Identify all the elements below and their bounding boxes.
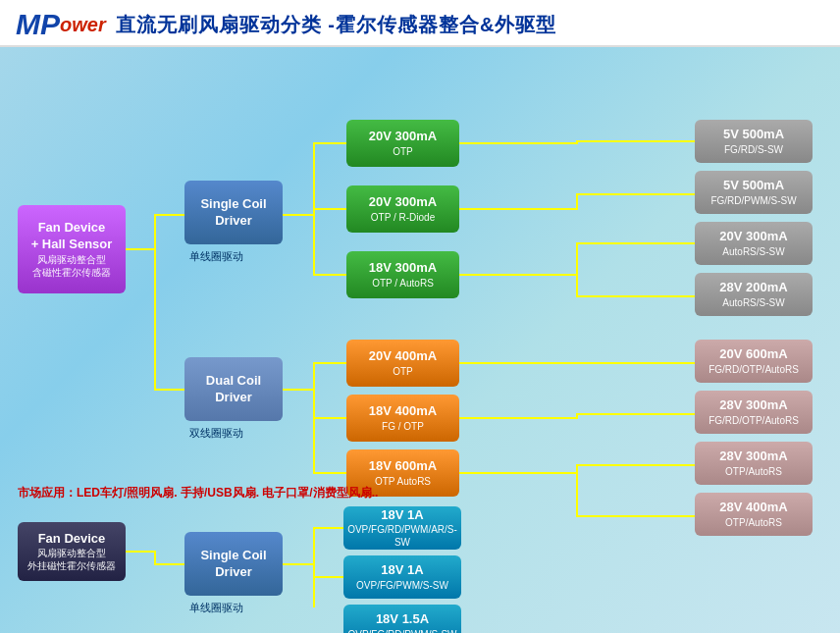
teal-box-2-title: 18V 1A [381,562,423,579]
green-box-2: 20V 300mA OTP / R-Diode [346,185,459,233]
gray-box-4-title: 28V 200mA [719,280,787,296]
fan-device-hall-box: Fan Device + Hall Sensor 风扇驱动整合型 含磁性霍尔传感… [18,205,126,293]
single-coil-bottom-sub: 单线圈驱动 [189,601,243,615]
green-box-1-sub: OTP [393,145,413,158]
market-text-top: 市场应用：LED车灯/照明风扇. 手持/USB风扇. 电子口罩/消费型风扇.. [18,485,378,501]
logo: MPower [16,8,106,41]
orange-box-3-title: 18V 600mA [369,458,437,475]
single-coil-top-box: Single Coil Driver [184,181,283,244]
light-box-2: 28V 300mA FG/RD/OTP/AutoRS [695,391,813,434]
gray-box-2-title: 5V 500mA [723,178,784,194]
single-coil-top-sub: 单线圈驱动 [189,249,243,264]
green-box-3-sub: OTP / AutoRS [372,277,434,290]
single-coil-bottom-box: Single Coil Driver [184,532,283,596]
green-box-2-sub: OTP / R-Diode [371,211,435,224]
main-content: Fan Device + Hall Sensor 风扇驱动整合型 含磁性霍尔传感… [0,47,840,616]
gray-box-3-title: 20V 300mA [719,229,787,245]
gray-box-1-title: 5V 500mA [723,127,784,143]
teal-box-2-sub: OVP/FG/PWM/S-SW [356,579,448,592]
light-box-2-sub: FG/RD/OTP/AutoRS [709,414,799,427]
dual-coil-sub: 双线圈驱动 [189,426,243,441]
diagram: Fan Device + Hall Sensor 风扇驱动整合型 含磁性霍尔传感… [8,53,832,607]
gray-box-1: 5V 500mA FG/RD/S-SW [695,120,813,163]
light-box-4: 28V 400mA OTP/AutoRS [695,493,813,536]
light-box-1-sub: FG/RD/OTP/AutoRS [709,363,799,376]
fan-device-sub: 风扇驱动整合型 外挂磁性霍尔传感器 [27,547,116,572]
teal-box-3-sub: OVP/FG/RD/PWM/S-SW [347,628,456,633]
teal-box-1-sub: OVP/FG/RD/PWM/AR/S-SW [343,523,461,549]
teal-box-1-title: 18V 1A [381,507,423,524]
orange-box-1: 20V 400mA OTP [346,340,459,387]
gray-box-1-sub: FG/RD/S-SW [724,143,783,156]
teal-box-3: 18V 1.5A OVP/FG/RD/PWM/S-SW [343,605,461,633]
green-box-2-title: 20V 300mA [369,194,437,211]
teal-box-1: 18V 1A OVP/FG/RD/PWM/AR/S-SW [343,506,461,550]
light-box-4-title: 28V 400mA [719,500,787,516]
orange-box-1-title: 20V 400mA [369,348,437,365]
green-box-1: 20V 300mA OTP [346,120,459,167]
fan-device-hall-sub: 风扇驱动整合型 含磁性霍尔传感器 [32,253,111,279]
green-box-3: 18V 300mA OTP / AutoRS [346,251,459,298]
gray-box-3: 20V 300mA AutoRS/S-SW [695,222,813,265]
orange-box-3-sub: OTP AutoRS [375,475,431,488]
light-box-1: 20V 600mA FG/RD/OTP/AutoRS [695,340,813,383]
gray-box-2-sub: FG/RD/PWM/S-SW [710,194,796,207]
fan-device-hall-title: Fan Device + Hall Sensor [31,220,113,253]
header: MPower 直流无刷风扇驱动分类 -霍尔传感器整合&外驱型 [0,0,840,47]
orange-box-1-sub: OTP [393,365,413,378]
single-coil-top-title: Single Coil Driver [200,196,266,230]
fan-device-title: Fan Device [38,531,106,548]
teal-box-3-title: 18V 1.5A [376,611,429,628]
gray-box-4-sub: AutoRS/S-SW [722,296,784,309]
orange-box-2: 18V 400mA FG / OTP [346,395,459,442]
logo-ower: ower [60,14,106,36]
green-box-3-title: 18V 300mA [369,260,437,277]
gray-box-4: 28V 200mA AutoRS/S-SW [695,273,813,316]
orange-box-2-title: 18V 400mA [369,403,437,420]
light-box-3-sub: OTP/AutoRS [725,465,782,478]
light-box-4-sub: OTP/AutoRS [725,516,782,529]
gray-box-3-sub: AutoRS/S-SW [722,245,784,258]
fan-device-box: Fan Device 风扇驱动整合型 外挂磁性霍尔传感器 [18,522,126,581]
dual-coil-title: Dual Coil Driver [206,373,261,406]
logo-mp: MP [16,8,60,41]
dual-coil-box: Dual Coil Driver [184,357,283,421]
page-title: 直流无刷风扇驱动分类 -霍尔传感器整合&外驱型 [116,12,557,38]
orange-box-2-sub: FG / OTP [382,420,424,433]
light-box-2-title: 28V 300mA [719,397,787,414]
teal-box-2: 18V 1A OVP/FG/PWM/S-SW [343,555,461,599]
light-box-3: 28V 300mA OTP/AutoRS [695,442,813,485]
light-box-3-title: 28V 300mA [719,448,787,465]
green-box-1-title: 20V 300mA [369,129,437,145]
light-box-1-title: 20V 600mA [719,346,787,363]
single-coil-bottom-title: Single Coil Driver [200,548,266,581]
gray-box-2: 5V 500mA FG/RD/PWM/S-SW [695,171,813,214]
